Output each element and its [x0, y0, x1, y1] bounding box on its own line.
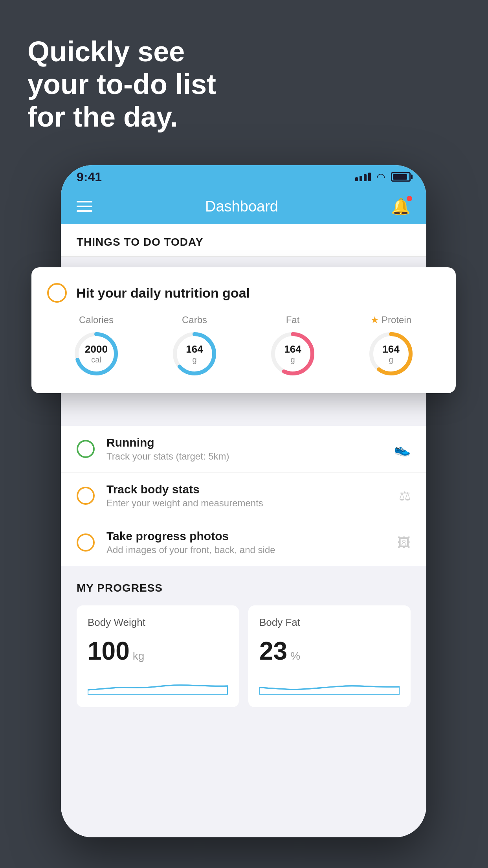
- headline: Quickly see your to-do list for the day.: [28, 35, 216, 133]
- photo-icon: 🖼: [397, 535, 411, 550]
- running-subtitle: Track your stats (target: 5km): [106, 451, 382, 462]
- bodystats-subtitle: Enter your weight and measurements: [106, 498, 387, 509]
- bodystats-title: Track body stats: [106, 483, 387, 496]
- wifi-icon: ◠: [376, 171, 385, 183]
- body-fat-card[interactable]: Body Fat 23 %: [248, 605, 411, 707]
- floating-card: Hit your daily nutrition goal Calories 2…: [31, 267, 456, 393]
- carbs-value: 164 g: [186, 343, 203, 364]
- carbs-donut: 164 g: [171, 330, 218, 377]
- card-title: Hit your daily nutrition goal: [76, 285, 250, 301]
- body-weight-sparkline: [88, 675, 228, 695]
- body-weight-card[interactable]: Body Weight 100 kg: [77, 605, 239, 707]
- calories-item[interactable]: Calories 2000 cal: [73, 314, 120, 377]
- photos-circle: [77, 533, 95, 552]
- bodystats-text: Track body stats Enter your weight and m…: [106, 483, 387, 509]
- body-fat-value: 23: [259, 636, 287, 666]
- list-item[interactable]: Running Track your stats (target: 5km) 👟: [61, 426, 426, 473]
- hamburger-menu[interactable]: [77, 201, 92, 212]
- status-bar: 9:41 ◠: [61, 165, 426, 189]
- carbs-label: Carbs: [182, 314, 207, 326]
- running-text: Running Track your stats (target: 5km): [106, 436, 382, 462]
- calories-donut: 2000 cal: [73, 330, 120, 377]
- calories-label: Calories: [79, 314, 114, 326]
- protein-item[interactable]: ★ Protein 164 g: [367, 314, 415, 377]
- photos-subtitle: Add images of your front, back, and side: [106, 544, 385, 555]
- list-item[interactable]: Take progress photos Add images of your …: [61, 519, 426, 566]
- battery-icon: [391, 172, 411, 182]
- progress-cards: Body Weight 100 kg Body Fat 23 %: [77, 605, 411, 707]
- progress-section: MY PROGRESS Body Weight 100 kg Body Fat: [61, 566, 426, 723]
- signal-icon: [355, 173, 371, 181]
- fat-value: 164 g: [284, 343, 301, 364]
- carbs-item[interactable]: Carbs 164 g: [171, 314, 218, 377]
- bodystats-circle: [77, 487, 95, 505]
- protein-star: ★: [371, 314, 379, 326]
- card-circle-check: [47, 283, 67, 303]
- shoe-icon: 👟: [394, 441, 411, 457]
- body-weight-unit: kg: [133, 650, 145, 662]
- todo-list: Running Track your stats (target: 5km) 👟…: [61, 426, 426, 566]
- phone-frame: 9:41 ◠ Dashboard 🔔 THINGS TO: [61, 165, 426, 837]
- calories-value: 2000 cal: [85, 343, 108, 364]
- running-title: Running: [106, 436, 382, 449]
- status-time: 9:41: [77, 170, 102, 184]
- scale-icon: ⚖: [399, 488, 411, 504]
- body-fat-unit: %: [290, 650, 300, 662]
- fat-item[interactable]: Fat 164 g: [269, 314, 316, 377]
- body-fat-value-row: 23 %: [259, 636, 400, 666]
- fat-label: Fat: [286, 314, 300, 326]
- progress-title: MY PROGRESS: [77, 582, 411, 594]
- body-weight-title: Body Weight: [88, 616, 228, 629]
- status-icons: ◠: [355, 171, 411, 183]
- photos-title: Take progress photos: [106, 530, 385, 543]
- fat-donut: 164 g: [269, 330, 316, 377]
- body-weight-value: 100: [88, 636, 130, 666]
- app-header: Dashboard 🔔: [61, 189, 426, 224]
- bell-button[interactable]: 🔔: [391, 197, 411, 216]
- body-fat-sparkline: [259, 675, 400, 695]
- things-section-header: THINGS TO DO TODAY: [61, 224, 426, 257]
- body-weight-value-row: 100 kg: [88, 636, 228, 666]
- protein-value: 164 g: [382, 343, 399, 364]
- protein-donut: 164 g: [367, 330, 415, 377]
- notification-dot: [407, 196, 412, 201]
- nutrition-row: Calories 2000 cal Carbs: [47, 314, 440, 377]
- body-fat-title: Body Fat: [259, 616, 400, 629]
- card-header-row: Hit your daily nutrition goal: [47, 283, 440, 303]
- header-title: Dashboard: [205, 198, 278, 215]
- photos-text: Take progress photos Add images of your …: [106, 530, 385, 555]
- things-section-title: THINGS TO DO TODAY: [77, 236, 411, 248]
- list-item[interactable]: Track body stats Enter your weight and m…: [61, 473, 426, 519]
- protein-label: ★ Protein: [371, 314, 411, 326]
- running-circle: [77, 440, 95, 458]
